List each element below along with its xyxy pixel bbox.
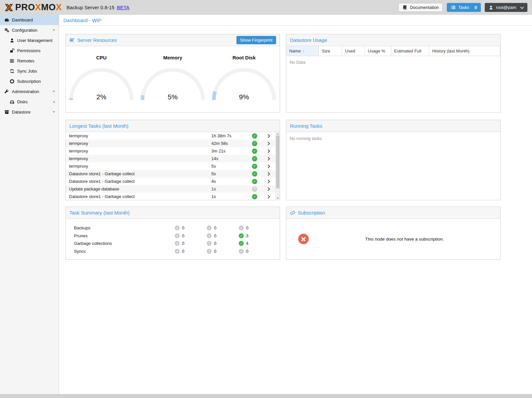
warning-icon: ! [207, 241, 212, 246]
chevron-right-icon[interactable] [261, 180, 275, 183]
warning-count-cell[interactable]: !0 [207, 233, 239, 238]
documentation-button[interactable]: Documentation [398, 3, 443, 12]
scrollbar-thumb[interactable] [276, 136, 279, 188]
error-count-cell[interactable]: ×0 [175, 249, 207, 254]
sidebar-item-remotes[interactable]: Remotes [0, 56, 59, 66]
status-ok-icon: ✓ [252, 133, 257, 139]
book-icon [402, 5, 407, 10]
documentation-label: Documentation [410, 5, 439, 10]
warning-icon: ! [207, 233, 212, 238]
life-ring-icon [9, 79, 15, 84]
gauge-value: 2% [68, 93, 134, 101]
task-row[interactable]: termproxy 5s ✓ [66, 162, 275, 170]
ok-count-cell[interactable]: ✓0 [239, 225, 271, 230]
sidebar-item-configuration[interactable]: Configuration [0, 25, 59, 35]
user-menu-button[interactable]: root@pam [485, 3, 527, 12]
sidebar-item-label: Dashboard [12, 17, 33, 22]
error-icon: × [175, 225, 180, 230]
sidebar-item-permissions[interactable]: Permissions [0, 46, 59, 56]
task-row[interactable]: termproxy 1h 38m 7s ✓ [66, 132, 275, 140]
sidebar-nav: Dashboard Configuration User Management … [0, 15, 59, 394]
chevron-down-icon [520, 5, 524, 9]
ok-icon: ✓ [239, 241, 244, 246]
user-icon [489, 5, 493, 10]
task-duration: 14s [211, 156, 248, 161]
status-ok-icon: ✓ [252, 179, 257, 184]
tasks-count-badge: 0 [475, 5, 477, 10]
scrollbar[interactable] [275, 132, 280, 200]
logo-text: PROXMOX [15, 2, 62, 13]
chevron-down-icon[interactable] [53, 111, 55, 113]
sidebar-item-disks[interactable]: Disks [0, 97, 59, 107]
sidebar-item-user-management[interactable]: User Management [0, 35, 59, 46]
ok-count-cell[interactable]: ✓0 [239, 249, 271, 254]
column-header-used[interactable]: Used [342, 46, 365, 56]
task-name: termproxy [66, 149, 211, 153]
ok-icon: ✓ [239, 225, 244, 230]
server-resources-panel: Server Resources Show Fingerprint CPU 2%… [65, 34, 280, 113]
task-row[interactable]: Datastore store1 - Garbage collect 4s ✓ [66, 178, 275, 185]
ok-count-cell[interactable]: ✓4 [239, 241, 271, 246]
chevron-right-icon[interactable] [53, 101, 55, 103]
chevron-right-icon[interactable] [261, 142, 275, 145]
task-duration: 1s [211, 194, 248, 199]
longest-tasks-panel: Longest Tasks (last Month) termproxy 1h … [65, 120, 280, 200]
chevron-right-icon[interactable] [261, 165, 275, 168]
ok-icon: ✓ [239, 249, 244, 254]
tachometer-icon [4, 17, 9, 23]
warning-count-cell[interactable]: !0 [207, 241, 239, 246]
chevron-right-icon[interactable] [261, 135, 275, 137]
warning-icon: ! [207, 225, 212, 230]
task-row[interactable]: termproxy 3m 21s ✓ [66, 147, 275, 155]
chevron-right-icon[interactable] [261, 195, 275, 198]
gauge-cpu: CPU 2% [66, 55, 137, 102]
task-name: termproxy [66, 141, 211, 146]
column-header-estimated-full[interactable]: Estimated Full [391, 46, 429, 56]
warning-icon: ! [207, 249, 212, 254]
tasks-button[interactable]: Tasks 0 [447, 3, 481, 12]
column-header-name[interactable]: Name↑ [286, 46, 319, 56]
chevron-right-icon[interactable] [261, 188, 275, 190]
task-row[interactable]: Datastore store1 - Garbage collect 5s ✓ [66, 170, 275, 178]
error-count-cell[interactable]: ×0 [175, 225, 207, 230]
task-name: Datastore store1 - Garbage collect [66, 171, 211, 176]
task-duration: 5s [211, 164, 248, 169]
sidebar-item-datastore[interactable]: Datastore [0, 107, 59, 117]
chevron-right-icon[interactable] [261, 157, 275, 160]
ok-count-cell[interactable]: ✓3 [239, 233, 271, 238]
sidebar-item-administration[interactable]: Administration [0, 86, 59, 97]
column-header-size[interactable]: Size [319, 46, 342, 56]
beta-link[interactable]: BETA [117, 5, 129, 10]
column-header-usage-[interactable]: Usage % [365, 46, 391, 56]
chevron-down-icon[interactable] [53, 91, 55, 92]
sidebar-item-label: Configuration [12, 28, 37, 33]
unlock-icon [9, 48, 15, 53]
archive-icon [4, 110, 9, 115]
sidebar-item-label: Disks [17, 99, 28, 104]
sidebar-item-sync-jobs[interactable]: Sync Jobs [0, 66, 59, 76]
task-duration: 1h 38m 7s [211, 133, 248, 138]
task-row[interactable]: Update package database 1s ? [66, 185, 275, 193]
column-header-history-last-month-[interactable]: History (last Month) [429, 46, 500, 56]
chevron-right-icon[interactable] [261, 150, 275, 152]
sidebar-item-subscription[interactable]: Subscription [0, 76, 59, 86]
show-fingerprint-button[interactable]: Show Fingerprint [236, 36, 276, 44]
chevron-right-icon[interactable] [261, 173, 275, 175]
error-count-cell[interactable]: ×0 [175, 241, 207, 246]
disks-icon [9, 99, 15, 105]
task-row[interactable]: termproxy 42m 58s ✓ [66, 140, 275, 147]
gauge-label: CPU [66, 55, 137, 60]
sidebar-item-dashboard[interactable]: Dashboard [0, 15, 59, 25]
sidebar-item-label: Subscription [17, 79, 41, 84]
error-count-cell[interactable]: ×0 [175, 233, 207, 238]
scroll-down-arrow[interactable] [276, 196, 280, 200]
user-label: root@pam [496, 5, 516, 10]
task-row[interactable]: Datastore store1 - Garbage collect 1s ✓ [66, 193, 275, 200]
error-icon: × [175, 249, 180, 254]
gauge-label: Root Disk [208, 55, 280, 60]
chevron-down-icon[interactable] [53, 29, 55, 31]
task-summary-label: Backups [66, 225, 175, 230]
warning-count-cell[interactable]: !0 [207, 225, 239, 230]
warning-count-cell[interactable]: !0 [207, 249, 239, 254]
task-row[interactable]: termproxy 14s ✓ [66, 155, 275, 162]
